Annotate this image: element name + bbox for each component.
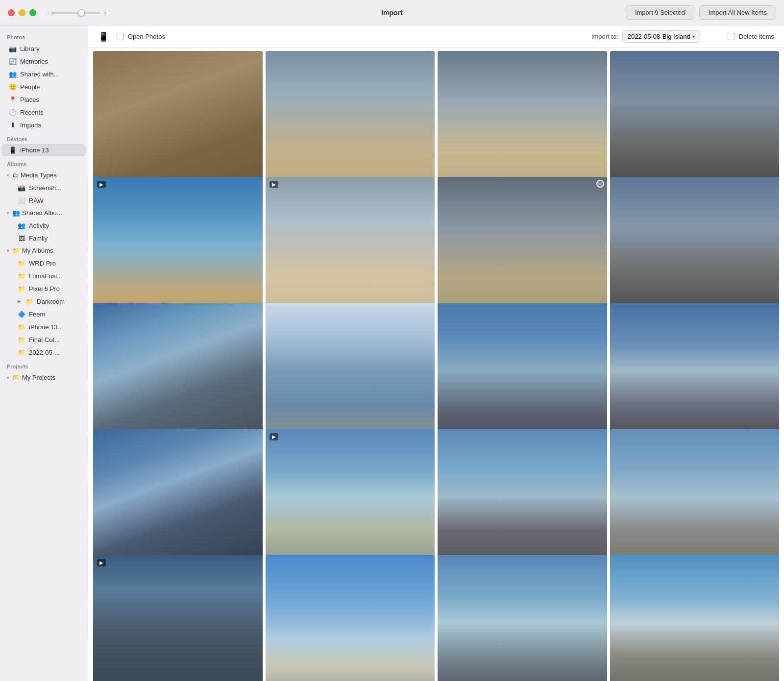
import-selected-button[interactable]: Import 9 Selected xyxy=(626,5,694,20)
sidebar-item-shared[interactable]: 👥 Shared with... xyxy=(2,68,86,80)
sidebar-item-memories[interactable]: 🔄 Memories xyxy=(2,55,86,68)
content-area: 📱 Open Photos Import to: 2022-05-08-Big … xyxy=(88,25,784,681)
photo-cell[interactable] xyxy=(610,555,780,681)
activity-icon: 👥 xyxy=(18,221,25,229)
sidebar-item-people[interactable]: 🙂 People xyxy=(2,80,86,93)
my-albums-folder-icon: 📁 xyxy=(12,247,20,254)
zoom-in-icon[interactable]: + xyxy=(103,9,107,17)
library-icon: 📷 xyxy=(9,45,17,52)
zoom-out-icon[interactable]: − xyxy=(44,9,48,17)
zoom-slider[interactable]: − + xyxy=(44,9,107,17)
final-cut-icon: 📁 xyxy=(18,336,25,343)
traffic-lights xyxy=(8,9,36,16)
video-icon: ▶ xyxy=(99,560,103,565)
photo-cell[interactable] xyxy=(438,555,607,681)
sidebar-item-label: Media Types xyxy=(21,171,56,179)
sidebar-item-wrd-pro[interactable]: 📁 WRD Pro xyxy=(2,257,86,269)
sidebar-item-iphone13[interactable]: 📱 iPhone 13 xyxy=(2,144,86,156)
pixel-icon: 📁 xyxy=(18,285,25,292)
sidebar-item-label: Places xyxy=(20,96,39,103)
recents-icon: 🕐 xyxy=(9,108,17,116)
albums-section-header: Albums xyxy=(0,156,88,169)
chevron-down-icon: ▾ xyxy=(7,173,9,178)
sidebar-item-shared-albums[interactable]: ▾ 👥 Shared Albu... xyxy=(0,207,88,219)
import-to-label: Import to: xyxy=(591,33,618,40)
fullscreen-button[interactable] xyxy=(29,9,36,16)
screenshot-icon: 📸 xyxy=(18,184,25,192)
video-badge: ▶ xyxy=(97,181,106,188)
sidebar-item-label: Library xyxy=(20,45,40,52)
photo-cell[interactable]: ▶ xyxy=(93,555,263,681)
import-to-value: 2022-05-08-Big Island xyxy=(628,33,690,40)
sidebar-item-imports[interactable]: ⬇ Imports xyxy=(2,119,86,131)
sidebar-item-final-cut[interactable]: 📁 Final Cut... xyxy=(2,333,86,346)
sidebar-item-label: Shared with... xyxy=(20,71,59,78)
wrd-icon: 📁 xyxy=(18,259,25,267)
lumafusion-icon: 📁 xyxy=(18,272,25,280)
slider-track[interactable] xyxy=(51,12,100,14)
sidebar-item-raw[interactable]: ⬜ RAW xyxy=(2,194,86,207)
sidebar-item-recents[interactable]: 🕐 Recents xyxy=(2,106,86,119)
shared-icon: 👥 xyxy=(9,70,17,78)
sidebar-item-2022-album[interactable]: 📁 2022-05-... xyxy=(2,346,86,359)
sidebar-item-label: iPhone 13... xyxy=(29,323,63,331)
sidebar-item-library[interactable]: 📷 Library xyxy=(2,42,86,55)
sidebar-item-my-albums[interactable]: ▾ 📁 My Albums xyxy=(0,244,88,257)
sidebar-item-label: RAW xyxy=(29,197,44,204)
sidebar-item-label: My Albums xyxy=(22,247,53,254)
sidebar-item-label: LumaFusi... xyxy=(29,272,62,280)
sidebar-item-label: My Projects xyxy=(22,374,55,381)
close-button[interactable] xyxy=(8,9,15,16)
titlebar-buttons: Import 9 Selected Import All New Items xyxy=(626,5,776,20)
open-photos-row: Open Photos xyxy=(117,33,165,40)
sidebar-item-pixel6pro[interactable]: 📁 Pixel 6 Pro xyxy=(2,282,86,295)
minimize-button[interactable] xyxy=(19,9,25,16)
unselected-circle xyxy=(596,180,604,188)
sidebar-item-screenshots[interactable]: 📸 Screensh... xyxy=(2,181,86,194)
open-photos-checkbox[interactable] xyxy=(117,33,124,40)
sidebar-item-label: Family xyxy=(29,235,48,242)
delete-items-label: Delete items xyxy=(739,33,774,40)
sidebar-item-label: Activity xyxy=(29,222,49,229)
slider-thumb[interactable] xyxy=(78,9,85,16)
sidebar-item-activity[interactable]: 👥 Activity xyxy=(2,219,86,232)
sidebar-item-label: Darkroom xyxy=(37,298,65,305)
sidebar-item-media-types[interactable]: ▾ 🗂 Media Types xyxy=(0,169,88,181)
iphone-album-icon: 📁 xyxy=(18,323,25,331)
photo-grid: ▶ ▶ xyxy=(88,48,784,681)
sidebar-item-my-projects[interactable]: ▾ 📁 My Projects xyxy=(0,371,88,384)
sidebar-item-label: Shared Albu... xyxy=(22,209,62,217)
people-icon: 🙂 xyxy=(9,83,17,91)
video-icon: ▶ xyxy=(272,434,276,439)
import-all-button[interactable]: Import All New Items xyxy=(699,5,776,20)
sidebar-item-label: iPhone 13 xyxy=(20,146,49,154)
main-layout: Photos 📷 Library 🔄 Memories 👥 Shared wit… xyxy=(0,25,784,681)
video-badge: ▶ xyxy=(270,181,278,188)
photos-section-header: Photos xyxy=(0,29,88,42)
iphone-icon: 📱 xyxy=(9,146,17,154)
sidebar-item-label: Pixel 6 Pro xyxy=(29,285,60,292)
sidebar-item-label: Final Cut... xyxy=(29,336,60,343)
photo-cell[interactable] xyxy=(266,555,435,681)
chevron-down-icon: ▾ xyxy=(7,211,9,216)
sidebar-item-lumafusion[interactable]: 📁 LumaFusi... xyxy=(2,269,86,282)
phone-icon: 📱 xyxy=(98,31,109,42)
chevron-down-icon: ▾ xyxy=(7,248,9,253)
sidebar-item-family[interactable]: 🖼 Family xyxy=(2,232,86,244)
titlebar-title: Import xyxy=(381,9,403,17)
import-to-dropdown[interactable]: 2022-05-08-Big Island ▾ xyxy=(622,30,700,43)
import-to-row: Import to: 2022-05-08-Big Island ▾ xyxy=(591,30,700,43)
sidebar-item-darkroom[interactable]: ▶ 📁 Darkroom xyxy=(2,295,86,308)
video-badge: ▶ xyxy=(270,433,278,440)
sidebar-item-feem[interactable]: 🔷 Feem xyxy=(2,308,86,320)
sidebar-item-label: Imports xyxy=(20,122,41,129)
sidebar-item-places[interactable]: 📍 Places xyxy=(2,93,86,106)
sidebar: Photos 📷 Library 🔄 Memories 👥 Shared wit… xyxy=(0,25,88,681)
imports-icon: ⬇ xyxy=(9,121,17,129)
delete-items-row: Delete items xyxy=(728,33,774,40)
delete-items-checkbox[interactable] xyxy=(728,33,735,40)
raw-icon: ⬜ xyxy=(18,196,25,204)
sidebar-item-iphone13-album[interactable]: 📁 iPhone 13... xyxy=(2,320,86,333)
memories-icon: 🔄 xyxy=(9,57,17,65)
sidebar-item-label: 2022-05-... xyxy=(29,349,60,356)
